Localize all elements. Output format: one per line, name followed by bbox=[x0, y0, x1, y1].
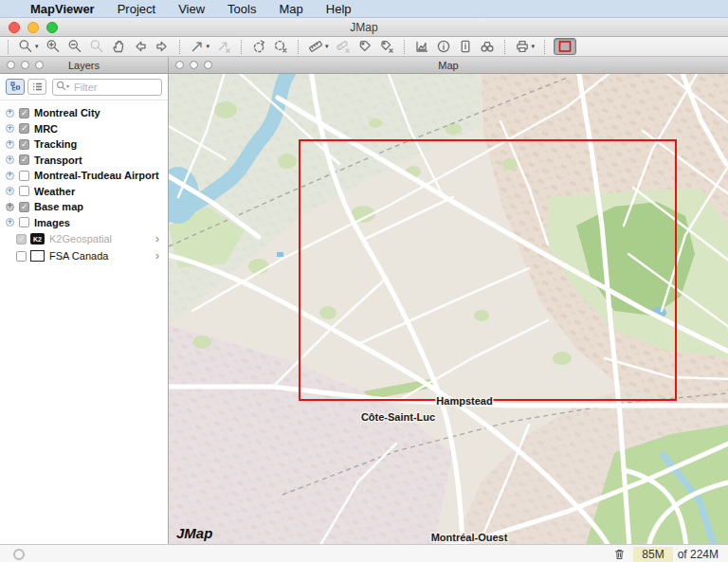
menu-item-map[interactable]: Map bbox=[279, 2, 302, 16]
toolbar: ▾▾▾▾ bbox=[0, 37, 728, 57]
layer-row-images[interactable]: Images bbox=[0, 215, 168, 231]
layer-checkbox[interactable] bbox=[19, 108, 29, 118]
expand-icon[interactable] bbox=[6, 172, 14, 180]
tree-view-toggle[interactable] bbox=[6, 79, 25, 95]
menu-item-mapviewer[interactable]: MapViewer bbox=[30, 2, 95, 16]
label-button[interactable] bbox=[356, 38, 373, 55]
zoom-initial-icon bbox=[89, 39, 104, 54]
map-label-cote-saint-luc: Côte-Saint-Luc bbox=[361, 411, 435, 423]
layer-label: FSA Canada bbox=[49, 250, 108, 262]
map-label-hampstead: Hampstead bbox=[436, 395, 492, 407]
zoom-tool-icon bbox=[18, 39, 33, 54]
layer-row-base-map[interactable]: Base map bbox=[0, 199, 168, 215]
toolbar-separator bbox=[8, 40, 9, 54]
layer-checkbox[interactable] bbox=[16, 251, 27, 262]
layer-label: Base map bbox=[34, 201, 83, 212]
expand-icon[interactable] bbox=[6, 218, 14, 227]
layer-checkbox[interactable] bbox=[19, 186, 29, 196]
print-button[interactable]: ▾ bbox=[514, 38, 537, 55]
window-title: JMap bbox=[0, 21, 728, 34]
layer-row-montreal-trudeau-airport[interactable]: Montreal-Trudeau Airport bbox=[0, 168, 168, 184]
dropdown-caret-icon[interactable]: ▾ bbox=[325, 43, 329, 50]
layer-label: MRC bbox=[34, 123, 58, 135]
label-icon bbox=[357, 39, 373, 54]
zoom-out-icon bbox=[67, 39, 82, 54]
layers-filter-row: ▾ bbox=[0, 74, 168, 100]
layer-row-transport[interactable]: Transport bbox=[0, 153, 168, 169]
layer-label: K2Geospatial bbox=[49, 233, 112, 245]
measure-button[interactable]: ▾ bbox=[307, 38, 330, 55]
expand-icon[interactable] bbox=[6, 155, 14, 164]
dropdown-caret-icon[interactable]: ▾ bbox=[532, 43, 536, 50]
expand-icon[interactable] bbox=[6, 109, 14, 118]
layer-row-mrc[interactable]: MRC bbox=[0, 121, 168, 137]
clear-labels-button[interactable] bbox=[378, 38, 395, 55]
menu-item-tools[interactable]: Tools bbox=[228, 2, 256, 16]
layer-label: Montreal-Trudeau Airport bbox=[34, 170, 159, 181]
layer-checkbox[interactable] bbox=[19, 123, 29, 134]
layer-row-weather[interactable]: Weather bbox=[0, 184, 168, 200]
list-view-toggle[interactable] bbox=[27, 79, 46, 95]
fsa-canada-logo-icon bbox=[30, 250, 45, 262]
infobar-icon bbox=[458, 39, 473, 54]
search-icon bbox=[56, 81, 66, 91]
search-options-caret-icon[interactable]: ▾ bbox=[66, 82, 69, 89]
menu-item-help[interactable]: Help bbox=[326, 2, 352, 16]
layer-checkbox[interactable] bbox=[19, 202, 29, 212]
sublayer-row-k2geospatial[interactable]: K2K2Geospatial› bbox=[16, 230, 168, 247]
layer-checkbox[interactable] bbox=[16, 234, 27, 245]
zoom-in-button[interactable] bbox=[45, 38, 62, 55]
select-circle-icon bbox=[251, 39, 266, 54]
layer-row-montreal-city[interactable]: Montreal City bbox=[0, 105, 168, 121]
select-button[interactable]: ▾ bbox=[189, 38, 211, 55]
info-button[interactable] bbox=[435, 38, 452, 55]
layer-checkbox[interactable] bbox=[19, 217, 29, 227]
clear-measure-button bbox=[335, 38, 352, 55]
map-canvas[interactable]: Hampstead Côte-Saint-Luc Montréal-Ouest … bbox=[169, 74, 728, 544]
next-view-button[interactable] bbox=[154, 38, 171, 55]
zoom-region-icon bbox=[557, 39, 573, 54]
toolbar-separator bbox=[504, 40, 505, 54]
menu-items: MapViewerProjectViewToolsMapHelp bbox=[30, 2, 352, 16]
previous-view-button[interactable] bbox=[132, 38, 149, 55]
expand-icon[interactable] bbox=[6, 203, 14, 211]
print-icon bbox=[515, 39, 530, 54]
search-icon bbox=[480, 39, 495, 54]
zoom-tool-button[interactable]: ▾ bbox=[17, 38, 40, 55]
pan-button[interactable] bbox=[110, 38, 127, 55]
expand-icon[interactable] bbox=[6, 140, 14, 149]
expand-icon[interactable] bbox=[6, 187, 14, 195]
search-button[interactable] bbox=[479, 38, 496, 55]
zoom-region-button[interactable] bbox=[554, 38, 576, 55]
layer-list: Montreal CityMRCTrackingTransportMontrea… bbox=[0, 100, 168, 544]
dropdown-caret-icon[interactable]: ▾ bbox=[35, 43, 39, 50]
chevron-right-icon[interactable]: › bbox=[155, 234, 159, 244]
connection-status-indicator bbox=[13, 549, 25, 560]
infobar-button[interactable] bbox=[457, 38, 474, 55]
map-panel-title-bar[interactable]: Map bbox=[169, 57, 728, 74]
zoom-out-button[interactable] bbox=[66, 38, 83, 55]
layer-checkbox[interactable] bbox=[19, 139, 29, 150]
expand-icon[interactable] bbox=[6, 124, 14, 133]
dropdown-caret-icon[interactable]: ▾ bbox=[207, 43, 210, 50]
layer-checkbox[interactable] bbox=[19, 154, 29, 165]
layer-label: Images bbox=[34, 217, 70, 228]
clear-circle-button[interactable] bbox=[272, 38, 289, 55]
clear-labels-icon bbox=[379, 39, 394, 54]
layers-panel-title-bar[interactable]: Layers bbox=[0, 57, 168, 74]
info-icon bbox=[436, 39, 451, 54]
toolbar-separator bbox=[544, 40, 545, 54]
area-chart-button[interactable] bbox=[413, 38, 430, 55]
select-circle-button[interactable] bbox=[250, 38, 267, 55]
trash-icon[interactable] bbox=[613, 548, 626, 561]
menu-item-project[interactable]: Project bbox=[118, 2, 155, 16]
menu-bar: MapViewerProjectViewToolsMapHelp bbox=[0, 0, 728, 18]
next-view-icon bbox=[155, 39, 170, 54]
layer-row-tracking[interactable]: Tracking bbox=[0, 136, 168, 153]
chevron-right-icon[interactable]: › bbox=[155, 251, 159, 261]
menu-item-view[interactable]: View bbox=[178, 2, 205, 16]
select-icon bbox=[190, 39, 205, 54]
sublayer-row-fsa-canada[interactable]: FSA Canada› bbox=[16, 247, 168, 264]
map-image: Hampstead Côte-Saint-Luc Montréal-Ouest … bbox=[169, 74, 728, 544]
layer-checkbox[interactable] bbox=[19, 171, 29, 181]
